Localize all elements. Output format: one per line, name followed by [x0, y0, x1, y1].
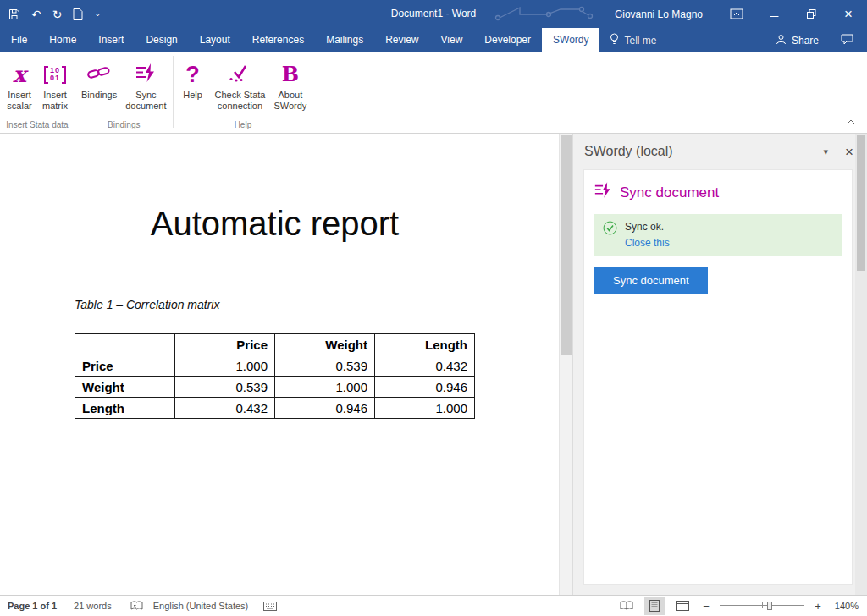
pane-dropdown-icon[interactable]: ▾ — [824, 146, 829, 157]
circuit-decoration — [494, 3, 598, 27]
tab-insert[interactable]: Insert — [87, 28, 135, 52]
workspace: Automatic report Table 1 – Correlation m… — [0, 134, 867, 595]
zoom-level[interactable]: 140% — [831, 601, 859, 611]
qat-customize-icon[interactable]: ⌄ — [94, 7, 101, 22]
document-icon[interactable] — [73, 7, 83, 22]
pane-scrollbar-thumb[interactable] — [857, 135, 865, 271]
swordy-task-pane: SWordy (local) ▾ × Sync document Sync ok — [572, 134, 867, 595]
tabs-spacer — [667, 28, 767, 52]
task-pane-header: SWordy (local) ▾ × — [573, 134, 867, 169]
row-label: Length — [75, 398, 175, 419]
cell-value: 1.000 — [175, 355, 275, 377]
collapse-ribbon-icon[interactable] — [847, 113, 855, 128]
ribbon-group-bindings: Bindings Sync document Bindings — [75, 52, 173, 133]
table-header-row: Price Weight Length — [75, 334, 475, 355]
restore-button[interactable] — [792, 0, 830, 28]
table-header-length: Length — [375, 334, 475, 355]
check-connection-icon — [229, 64, 251, 85]
row-label: Weight — [75, 377, 175, 398]
bindings-button[interactable]: Bindings — [78, 58, 120, 102]
document-heading: Automatic report — [75, 203, 475, 244]
zoom-out-icon[interactable]: − — [700, 600, 712, 613]
sync-document-button[interactable]: Sync document — [594, 267, 708, 294]
table-row: Length 0.432 0.946 1.000 — [75, 398, 475, 419]
insert-matrix-button[interactable]: 10 01 Insert matrix — [38, 58, 72, 113]
tab-home[interactable]: Home — [38, 28, 87, 52]
page-indicator[interactable]: Page 1 of 1 — [8, 601, 57, 611]
word-window: ↶ ↻ ⌄ Document1 - Word Giovanni Lo Magno — [0, 0, 867, 616]
zoom-slider-thumb[interactable] — [767, 602, 772, 610]
cell-value: 1.000 — [375, 398, 475, 419]
bindings-label: Bindings — [81, 90, 117, 101]
language-indicator[interactable]: English (United States) — [153, 601, 249, 611]
tab-swordy[interactable]: SWordy — [542, 28, 599, 52]
insert-matrix-label: Insert matrix — [42, 90, 68, 112]
tab-design[interactable]: Design — [135, 28, 188, 52]
group-label-bindings: Bindings — [75, 118, 173, 133]
check-stata-connection-button[interactable]: Check Stata connection — [212, 58, 269, 113]
share-label: Share — [792, 35, 819, 47]
read-mode-icon[interactable] — [616, 597, 637, 615]
correlation-table: Price Weight Length Price 1.000 0.539 0.… — [75, 333, 475, 419]
zoom-in-icon[interactable]: + — [812, 600, 824, 613]
table-header-weight: Weight — [275, 334, 375, 355]
tab-file[interactable]: File — [0, 28, 38, 52]
web-layout-icon[interactable] — [672, 597, 693, 615]
pane-close-icon[interactable]: × — [845, 145, 853, 159]
titlebar-right: Giovanni Lo Magno × — [615, 0, 867, 28]
table-header-price: Price — [175, 334, 275, 355]
sync-document-ribbon-button[interactable]: Sync document — [122, 58, 169, 113]
help-label: Help — [183, 90, 202, 101]
tab-layout[interactable]: Layout — [189, 28, 241, 52]
zoom-slider[interactable] — [720, 601, 804, 611]
close-this-link[interactable]: Close this — [625, 237, 670, 249]
matrix-icon: 10 01 — [44, 66, 66, 84]
keyboard-icon[interactable] — [263, 602, 277, 611]
cell-value: 0.539 — [275, 355, 375, 377]
sync-success-alert: Sync ok. Close this — [594, 214, 842, 256]
task-pane-card: Sync document Sync ok. Close this Sync d… — [583, 169, 853, 585]
tab-mailings[interactable]: Mailings — [315, 28, 374, 52]
quick-access-toolbar: ↶ ↻ ⌄ — [8, 7, 101, 22]
ribbon-display-options-button[interactable] — [718, 0, 755, 28]
print-layout-icon[interactable] — [644, 597, 665, 615]
minimize-button[interactable] — [755, 0, 792, 28]
tab-references[interactable]: References — [241, 28, 315, 52]
insert-scalar-button[interactable]: x Insert scalar — [3, 58, 36, 113]
cell-value: 0.432 — [175, 398, 275, 419]
scrollbar-thumb[interactable] — [561, 135, 572, 355]
help-button[interactable]: ? Help — [176, 58, 210, 102]
redo-icon[interactable]: ↻ — [52, 7, 63, 22]
about-swordy-icon: B — [282, 64, 299, 85]
user-name[interactable]: Giovanni Lo Magno — [615, 8, 703, 20]
scalar-x-icon: x — [13, 63, 26, 85]
sync-document-label: Sync document — [125, 90, 166, 112]
spellcheck-icon[interactable] — [130, 601, 143, 612]
save-icon[interactable] — [8, 7, 20, 22]
tab-view[interactable]: View — [430, 28, 474, 52]
chain-link-icon — [87, 64, 111, 85]
check-stata-connection-label: Check Stata connection — [215, 90, 266, 112]
share-button[interactable]: Share — [767, 28, 827, 52]
undo-icon[interactable]: ↶ — [31, 7, 41, 22]
document-scrollbar[interactable] — [559, 134, 572, 595]
close-button[interactable]: × — [830, 0, 867, 28]
person-icon — [776, 34, 787, 47]
ribbon-group-help: ? Help Check Stata connection B About SW… — [174, 52, 313, 133]
row-label: Price — [75, 355, 175, 377]
tell-me-box[interactable]: Tell me — [599, 28, 666, 52]
tab-developer[interactable]: Developer — [473, 28, 542, 52]
word-count[interactable]: 21 words — [74, 601, 112, 611]
sync-heading-label: Sync document — [620, 184, 719, 201]
alert-message: Sync ok. — [625, 221, 670, 234]
comments-button[interactable] — [827, 28, 867, 52]
tell-me-label: Tell me — [624, 35, 656, 47]
sync-lightning-icon — [594, 182, 612, 203]
pane-scrollbar[interactable] — [855, 134, 867, 595]
about-swordy-label: About SWordy — [273, 90, 306, 112]
about-swordy-button[interactable]: B About SWordy — [270, 58, 310, 113]
document-page[interactable]: Automatic report Table 1 – Correlation m… — [0, 134, 559, 419]
ribbon-group-insert-stata-data: x Insert scalar 10 01 Insert matrix Inse… — [0, 52, 75, 133]
ribbon-content: x Insert scalar 10 01 Insert matrix Inse… — [0, 52, 867, 134]
tab-review[interactable]: Review — [374, 28, 429, 52]
